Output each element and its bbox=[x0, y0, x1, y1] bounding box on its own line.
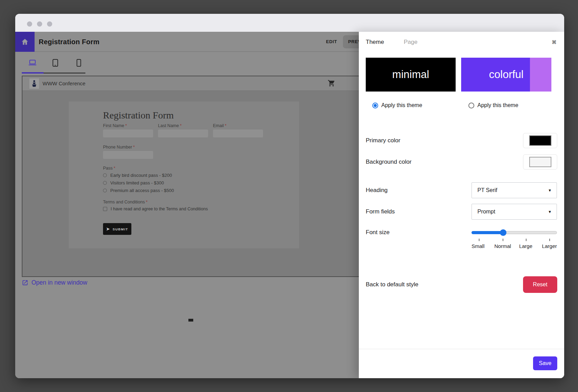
apply-theme-radio-minimal[interactable]: Apply this theme bbox=[372, 102, 422, 109]
home-button[interactable] bbox=[15, 32, 35, 52]
speaker-podium-icon bbox=[31, 80, 38, 87]
slider-tick bbox=[549, 239, 550, 241]
tab-strip-underline bbox=[44, 73, 85, 74]
tab-desktop-view[interactable] bbox=[27, 57, 38, 68]
tab-tablet-view[interactable] bbox=[50, 57, 61, 68]
slider-label-small: Small bbox=[472, 243, 485, 249]
form-fields-font-select[interactable]: Prompt ▼ bbox=[472, 204, 557, 220]
theme-card-minimal[interactable]: minimal bbox=[366, 58, 456, 92]
form-preview-frame: WWW Conference Registration Form First N… bbox=[22, 76, 367, 277]
radio-selected-icon bbox=[372, 103, 378, 108]
required-asterisk: * bbox=[146, 200, 148, 204]
back-to-default-label: Back to default style bbox=[366, 276, 418, 293]
radio-icon bbox=[103, 173, 107, 177]
laptop-icon bbox=[28, 59, 37, 67]
primary-color-label: Primary color bbox=[366, 133, 400, 148]
phone-icon bbox=[76, 59, 81, 67]
required-asterisk: * bbox=[133, 145, 135, 150]
tablet-icon bbox=[52, 59, 58, 67]
pass-option-early-bird[interactable]: Early bird discount pass - $200 bbox=[103, 173, 172, 178]
app-body: Registration Form EDIT PREVIEW bbox=[15, 32, 564, 378]
required-asterisk: * bbox=[114, 166, 115, 171]
heading-font-select[interactable]: PT Serif ▼ bbox=[472, 182, 557, 198]
heading-font-label: Heading bbox=[366, 182, 388, 198]
theme-accent-strip bbox=[530, 58, 551, 92]
font-size-label: Font size bbox=[366, 227, 390, 238]
open-in-new-icon bbox=[22, 279, 28, 286]
field-label-first-name: First Name* bbox=[103, 123, 127, 128]
chevron-down-icon: ▼ bbox=[548, 188, 552, 192]
primary-color-chip bbox=[529, 135, 551, 146]
tab-mobile-view[interactable] bbox=[73, 57, 84, 68]
radio-icon bbox=[103, 189, 107, 192]
slider-thumb[interactable] bbox=[500, 229, 506, 236]
save-button[interactable]: Save bbox=[533, 356, 557, 370]
slider-label-large: Large bbox=[519, 243, 532, 249]
page-title: Registration Form bbox=[39, 32, 100, 52]
pass-option-visitors[interactable]: Visitors limited pass - $300 bbox=[103, 180, 164, 185]
panel-footer: Save bbox=[359, 349, 564, 378]
slider-label-normal: Normal bbox=[494, 243, 511, 249]
checkbox-icon bbox=[103, 207, 107, 211]
tab-page[interactable]: Page bbox=[404, 39, 418, 46]
field-label-phone: Phone Number* bbox=[103, 145, 135, 150]
required-asterisk: * bbox=[225, 123, 226, 128]
terms-checkbox-row[interactable]: I have read and agree to the Terms and C… bbox=[103, 207, 208, 211]
field-label-email: Email* bbox=[213, 123, 226, 128]
registration-form-card: Registration Form First Name* Last Name*… bbox=[69, 102, 299, 248]
browser-window: Registration Form EDIT PREVIEW bbox=[15, 14, 564, 378]
active-tab-underline bbox=[22, 72, 44, 74]
form-title: Registration Form bbox=[103, 110, 174, 121]
first-name-input[interactable] bbox=[103, 130, 153, 137]
site-name: WWW Conference bbox=[43, 76, 85, 91]
pass-group-label: Pass* bbox=[103, 166, 115, 171]
preview-site-header: WWW Conference bbox=[22, 76, 367, 91]
tab-theme[interactable]: Theme bbox=[366, 39, 384, 46]
site-logo bbox=[29, 78, 39, 89]
terms-group-label: Terms and Conditions* bbox=[103, 200, 148, 204]
reset-button[interactable]: Reset bbox=[523, 276, 557, 293]
background-color-label: Background color bbox=[366, 154, 411, 170]
pass-option-premium[interactable]: Premium all access pass - $500 bbox=[103, 188, 174, 193]
cart-icon[interactable] bbox=[328, 79, 335, 87]
slider-tick bbox=[479, 239, 479, 241]
desktop-backdrop: Registration Form EDIT PREVIEW bbox=[0, 0, 578, 392]
apply-theme-radio-colorful[interactable]: Apply this theme bbox=[468, 102, 518, 109]
radio-unselected-icon bbox=[468, 103, 474, 108]
slider-label-larger: Larger bbox=[542, 243, 557, 249]
font-size-slider[interactable]: Small Normal Large Larger bbox=[472, 227, 557, 251]
form-fields-font-label: Form fields bbox=[366, 204, 395, 220]
theme-settings-panel: Theme Page ✖ minimal colorful Apply this… bbox=[359, 32, 564, 378]
traffic-light-dot[interactable] bbox=[27, 21, 32, 27]
field-label-last-name: Last Name* bbox=[158, 123, 181, 128]
background-color-picker[interactable] bbox=[523, 154, 557, 170]
home-icon bbox=[21, 38, 29, 46]
theme-card-colorful[interactable]: colorful bbox=[461, 58, 551, 92]
send-icon: ➤ bbox=[106, 227, 110, 231]
phone-number-input[interactable] bbox=[103, 151, 153, 159]
background-color-chip bbox=[529, 157, 551, 167]
traffic-light-dot[interactable] bbox=[47, 21, 52, 27]
open-in-new-window-link[interactable]: Open in new window bbox=[22, 279, 87, 286]
edit-button[interactable]: EDIT bbox=[326, 32, 337, 52]
radio-icon bbox=[103, 181, 107, 185]
traffic-light-dot[interactable] bbox=[37, 21, 42, 27]
slider-tick bbox=[526, 239, 526, 241]
submit-button[interactable]: ➤ SUBMIT bbox=[103, 223, 131, 235]
frame-resize-handle[interactable] bbox=[188, 319, 193, 322]
email-input[interactable] bbox=[213, 130, 263, 137]
slider-tick bbox=[503, 239, 503, 241]
chevron-down-icon: ▼ bbox=[548, 210, 552, 214]
slider-fill bbox=[472, 231, 503, 234]
required-asterisk: * bbox=[180, 123, 181, 128]
close-icon[interactable]: ✖ bbox=[552, 39, 557, 46]
primary-color-picker[interactable] bbox=[523, 133, 557, 148]
last-name-input[interactable] bbox=[158, 130, 208, 137]
required-asterisk: * bbox=[125, 123, 127, 128]
window-titlebar bbox=[15, 14, 564, 32]
